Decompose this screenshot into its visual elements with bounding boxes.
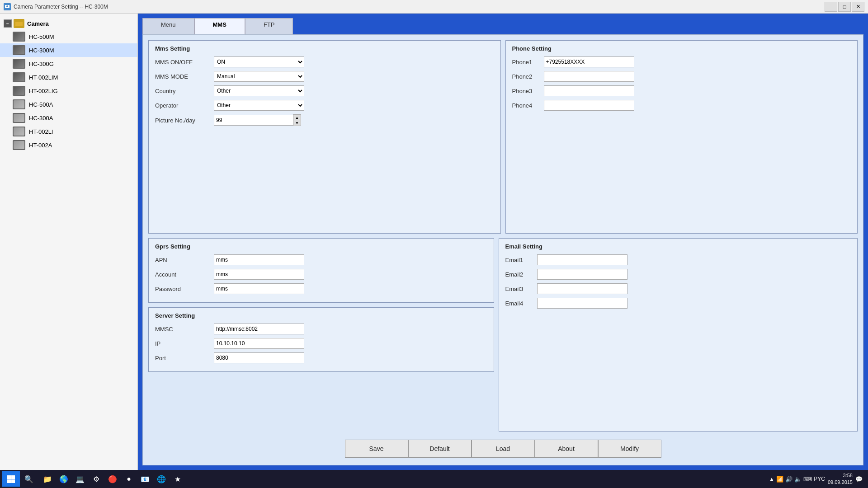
spinner-controls: ▲ ▼ [293, 114, 301, 126]
sidebar-item-ht002lim[interactable]: HT-002LIM [0, 70, 137, 84]
tab-ftp[interactable]: FTP [245, 18, 293, 34]
mms-onoff-label: MMS ON/OFF [155, 59, 214, 66]
email2-label: Email2 [505, 271, 537, 278]
email4-input[interactable] [537, 298, 627, 309]
network-icon[interactable]: 📶 [776, 476, 783, 483]
taskbar-app6-icon[interactable]: 🌐 [154, 471, 169, 487]
content-area: Menu MMS FTP Mms Setting MMS ON/OFF ON O… [138, 14, 868, 470]
pic-per-day-input[interactable] [214, 115, 293, 126]
phone4-input[interactable] [544, 100, 634, 111]
sidebar-item-hc300m[interactable]: HC-300M [0, 43, 137, 57]
mms-onoff-select[interactable]: ON OFF [214, 56, 304, 67]
device-img-ht002li [14, 127, 24, 136]
tab-mms[interactable]: MMS [194, 18, 245, 34]
phone2-input[interactable] [544, 71, 634, 82]
language-indicator[interactable]: PYC [814, 476, 825, 482]
sidebar-item-ht002lig[interactable]: HT-002LIG [0, 84, 137, 98]
sidebar-item-hc300g[interactable]: HC-300G [0, 57, 137, 70]
email1-input[interactable] [537, 254, 627, 265]
apn-input[interactable] [214, 254, 304, 265]
titlebar: Camera Parameter Setting -- HC-300M − □ … [0, 0, 868, 14]
taskbar-app2-icon[interactable]: ⚙ [89, 471, 104, 487]
volume-icon[interactable]: 🔊 [785, 476, 793, 483]
mmsc-input[interactable] [214, 324, 304, 334]
email3-label: Email3 [505, 286, 537, 292]
taskbar-app1-icon[interactable]: 💻 [72, 471, 88, 487]
mms-mode-select[interactable]: Manual Auto [214, 71, 304, 82]
taskbar-app7-icon[interactable]: ★ [170, 471, 185, 487]
sidebar-root-camera[interactable]: − Camera [0, 17, 137, 30]
taskbar-clock: 3:58 09.09.2015 [828, 472, 853, 486]
sidebar-item-label-hc300a: HC-300A [29, 115, 53, 122]
sidebar-item-hc300a[interactable]: HC-300A [0, 111, 137, 125]
device-icon-ht002lig [13, 86, 25, 96]
port-row: Port [155, 352, 487, 363]
country-row: Country Other [155, 85, 494, 96]
chevron-up-icon[interactable]: ▲ [769, 476, 774, 483]
email1-row: Email1 [505, 254, 851, 265]
pic-per-day-row: Picture No./day ▲ ▼ [155, 114, 494, 126]
account-input[interactable] [214, 269, 304, 280]
operator-select[interactable]: Other [214, 100, 304, 111]
email3-input[interactable] [537, 283, 627, 294]
email-setting-section: Email Setting Email1 Email2 Email3 [499, 238, 858, 432]
default-button[interactable]: Default [408, 440, 472, 458]
mms-mode-row: MMS MODE Manual Auto [155, 71, 494, 82]
email1-label: Email1 [505, 257, 537, 263]
phone3-input[interactable] [544, 85, 634, 96]
left-bottom: Gprs Setting APN Account Password [148, 238, 494, 432]
main-panel: Mms Setting MMS ON/OFF ON OFF MMS MODE M… [142, 34, 863, 465]
password-label: Password [155, 286, 214, 292]
country-select[interactable]: Other [214, 85, 304, 96]
mmsc-label: MMSC [155, 326, 214, 333]
email3-row: Email3 [505, 283, 851, 294]
close-button[interactable]: ✕ [852, 2, 864, 12]
window-controls: − □ ✕ [825, 2, 864, 12]
device-img-ht002a [14, 141, 24, 149]
sidebar-item-label-ht002a: HT-002A [29, 142, 52, 149]
phone2-label: Phone2 [512, 73, 544, 80]
taskbar-browser-icon[interactable]: 🌎 [56, 471, 71, 487]
modify-button[interactable]: Modify [598, 440, 661, 458]
keyboard-icon[interactable]: ⌨ [803, 476, 812, 483]
sidebar-item-ht002a[interactable]: HT-002A [0, 138, 137, 152]
sidebar-item-hc500a[interactable]: HC-500A [0, 98, 137, 111]
taskbar-files-icon[interactable]: 📁 [40, 471, 55, 487]
load-button[interactable]: Load [472, 440, 535, 458]
minimize-button[interactable]: − [825, 2, 837, 12]
taskbar-app3-icon[interactable]: 🔴 [105, 471, 120, 487]
sidebar-item-label-ht002lim: HT-002LIM [29, 74, 58, 81]
email-setting-title: Email Setting [505, 243, 851, 250]
sidebar-item-hc500m[interactable]: HC-500M [0, 30, 137, 43]
taskbar-app5-icon[interactable]: 📧 [137, 471, 153, 487]
speaker-icon[interactable]: 🔈 [794, 476, 802, 483]
sidebar-items-container: HC-500MHC-300MHC-300GHT-002LIMHT-002LIGH… [0, 30, 137, 152]
taskbar-app4-icon[interactable]: ● [121, 471, 137, 487]
maximize-button[interactable]: □ [838, 2, 851, 12]
notifications-icon[interactable]: 💬 [855, 476, 863, 483]
device-icon-ht002a [13, 140, 25, 150]
svg-rect-4 [15, 22, 23, 26]
password-input[interactable] [214, 283, 304, 294]
system-tray-icons: ▲ 📶 🔊 🔈 ⌨ PYC [769, 476, 825, 483]
svg-rect-7 [7, 479, 11, 483]
country-label: Country [155, 88, 214, 94]
device-img-ht002lig [14, 87, 24, 95]
email2-input[interactable] [537, 269, 627, 280]
tab-menu[interactable]: Menu [142, 18, 194, 34]
search-taskbar-button[interactable]: 🔍 [20, 471, 38, 487]
sidebar-item-ht002li[interactable]: HT-002LI [0, 125, 137, 138]
email4-row: Email4 [505, 298, 851, 309]
ip-input[interactable] [214, 338, 304, 349]
account-row: Account [155, 269, 487, 280]
taskbar: 🔍 📁 🌎 💻 ⚙ 🔴 ● 📧 🌐 ★ ▲ 📶 🔊 🔈 ⌨ PYC 3:58 0… [0, 470, 868, 488]
spinner-down-button[interactable]: ▼ [293, 120, 301, 126]
start-button[interactable] [2, 471, 20, 487]
save-button[interactable]: Save [345, 440, 408, 458]
device-img-hc300m [14, 46, 24, 54]
port-input[interactable] [214, 352, 304, 363]
about-button[interactable]: About [535, 440, 598, 458]
phone1-input[interactable] [544, 56, 634, 67]
spinner-up-button[interactable]: ▲ [293, 115, 301, 120]
mms-mode-label: MMS MODE [155, 73, 214, 80]
